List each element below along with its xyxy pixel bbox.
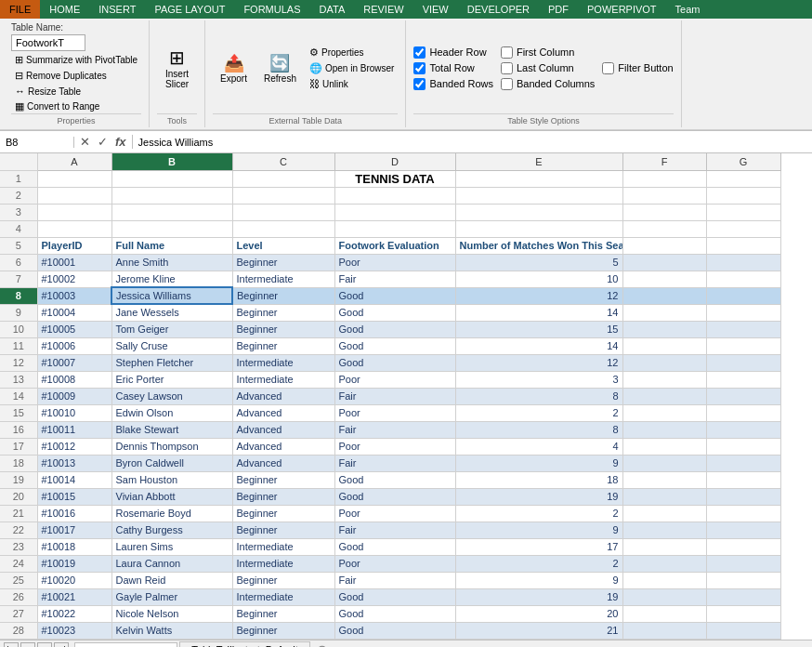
table-cell[interactable]: 2: [455, 404, 622, 421]
table-cell[interactable]: Stephen Fletcher: [111, 354, 232, 371]
table-cell[interactable]: Poor: [334, 254, 455, 271]
tab-powerpivot[interactable]: POWERPIVOT: [578, 0, 666, 19]
table-cell[interactable]: [232, 204, 334, 220]
tab-review[interactable]: REVIEW: [354, 0, 413, 19]
table-cell[interactable]: [706, 170, 780, 187]
table-cell[interactable]: [706, 220, 780, 237]
table-cell[interactable]: Advanced: [232, 404, 334, 421]
table-cell[interactable]: Beginner: [232, 337, 334, 354]
tab-developer[interactable]: DEVELOPER: [458, 0, 539, 19]
table-cell[interactable]: #10017: [37, 522, 111, 538]
table-cell[interactable]: [232, 187, 334, 204]
table-cell[interactable]: [706, 455, 780, 471]
convert-to-range-btn[interactable]: ▦ Convert to Range: [11, 99, 141, 113]
table-cell[interactable]: #10014: [37, 471, 111, 488]
table-cell[interactable]: [37, 187, 111, 204]
unlink-btn[interactable]: ⛓ Unlink: [306, 77, 398, 90]
header-row-checkbox-label[interactable]: Header Row: [413, 46, 493, 59]
table-cell[interactable]: [706, 321, 780, 337]
table-cell[interactable]: Beginner: [232, 605, 334, 622]
table-cell[interactable]: Good: [334, 471, 455, 488]
table-cell[interactable]: Beginner: [232, 505, 334, 522]
table-cell[interactable]: Poor: [334, 371, 455, 388]
table-cell[interactable]: [706, 588, 780, 605]
table-cell[interactable]: #10001: [37, 254, 111, 271]
table-cell[interactable]: #10009: [37, 388, 111, 404]
table-cell[interactable]: [622, 588, 706, 605]
open-browser-btn[interactable]: 🌐 Open in Browser: [306, 61, 398, 75]
table-cell[interactable]: Sam Houston: [111, 471, 232, 488]
table-cell[interactable]: [706, 505, 780, 522]
table-cell[interactable]: #10023: [37, 622, 111, 639]
table-cell[interactable]: Sally Cruse: [111, 337, 232, 354]
table-cell[interactable]: 12: [455, 354, 622, 371]
table-cell[interactable]: Poor: [334, 438, 455, 455]
table-cell[interactable]: Casey Lawson: [111, 388, 232, 404]
table-cell[interactable]: #10018: [37, 538, 111, 555]
table-cell[interactable]: TENNIS DATA: [334, 170, 455, 187]
table-name-input[interactable]: [11, 34, 85, 51]
table-cell[interactable]: 5: [455, 254, 622, 271]
table-cell[interactable]: 17: [455, 538, 622, 555]
table-cell[interactable]: #10012: [37, 438, 111, 455]
cancel-formula-icon[interactable]: ✕: [78, 135, 92, 149]
table-cell[interactable]: Beginner: [232, 488, 334, 505]
table-cell[interactable]: Beginner: [232, 254, 334, 271]
table-cell[interactable]: [622, 354, 706, 371]
table-cell[interactable]: Intermediate: [232, 588, 334, 605]
export-btn[interactable]: 📤 Export: [213, 49, 255, 87]
table-cell[interactable]: [622, 237, 706, 254]
header-row-checkbox[interactable]: [413, 46, 426, 59]
table-cell[interactable]: [622, 572, 706, 588]
table-cell[interactable]: Advanced: [232, 388, 334, 404]
table-cell[interactable]: 14: [455, 337, 622, 354]
table-cell[interactable]: #10013: [37, 455, 111, 471]
table-cell[interactable]: [622, 438, 706, 455]
insert-function-icon[interactable]: fx: [113, 135, 128, 149]
table-cell[interactable]: [455, 170, 622, 187]
table-cell[interactable]: Byron Caldwell: [111, 455, 232, 471]
refresh-btn[interactable]: 🔄 Refresh: [256, 49, 304, 87]
table-cell[interactable]: #10003: [37, 287, 111, 304]
table-cell[interactable]: [622, 538, 706, 555]
table-cell[interactable]: Edwin Olson: [111, 404, 232, 421]
table-cell[interactable]: 8: [455, 421, 622, 438]
table-cell[interactable]: Beginner: [232, 572, 334, 588]
col-header-e[interactable]: E: [455, 153, 622, 170]
table-cell[interactable]: Good: [334, 337, 455, 354]
sheet-nav-prev[interactable]: ◀: [20, 642, 35, 647]
table-cell[interactable]: Lauren Sims: [111, 538, 232, 555]
table-cell[interactable]: Nicole Nelson: [111, 605, 232, 622]
table-cell[interactable]: [706, 287, 780, 304]
table-cell[interactable]: #10010: [37, 404, 111, 421]
table-cell[interactable]: [706, 354, 780, 371]
table-cell[interactable]: 9: [455, 522, 622, 538]
total-row-checkbox-label[interactable]: Total Row: [413, 61, 493, 75]
table-cell[interactable]: [622, 622, 706, 639]
table-cell[interactable]: [706, 187, 780, 204]
table-cell[interactable]: Dawn Reid: [111, 572, 232, 588]
cell-reference-box[interactable]: B8: [0, 137, 74, 148]
table-cell[interactable]: #10007: [37, 354, 111, 371]
table-cell[interactable]: Poor: [334, 555, 455, 572]
sheet-nav-last[interactable]: ▶|: [54, 642, 69, 647]
table-cell[interactable]: #10019: [37, 555, 111, 572]
col-header-f[interactable]: F: [622, 153, 706, 170]
formula-input[interactable]: [133, 137, 812, 148]
table-cell[interactable]: [706, 522, 780, 538]
table-cell[interactable]: [622, 555, 706, 572]
table-cell[interactable]: 19: [455, 588, 622, 605]
table-cell[interactable]: Advanced: [232, 421, 334, 438]
resize-table-btn[interactable]: ↔ Resize Table: [11, 85, 141, 98]
sheet-nav-next[interactable]: ▶: [37, 642, 52, 647]
table-cell[interactable]: Anne Smith: [111, 254, 232, 271]
table-cell[interactable]: Good: [334, 304, 455, 321]
table-cell[interactable]: Gayle Palmer: [111, 588, 232, 605]
table-cell[interactable]: Jerome Kline: [111, 271, 232, 287]
table-cell[interactable]: [706, 538, 780, 555]
table-cell[interactable]: [622, 371, 706, 388]
table-cell[interactable]: Beginner: [232, 287, 334, 304]
table-cell[interactable]: [706, 271, 780, 287]
table-cell[interactable]: Tom Geiger: [111, 321, 232, 337]
table-cell[interactable]: [706, 471, 780, 488]
